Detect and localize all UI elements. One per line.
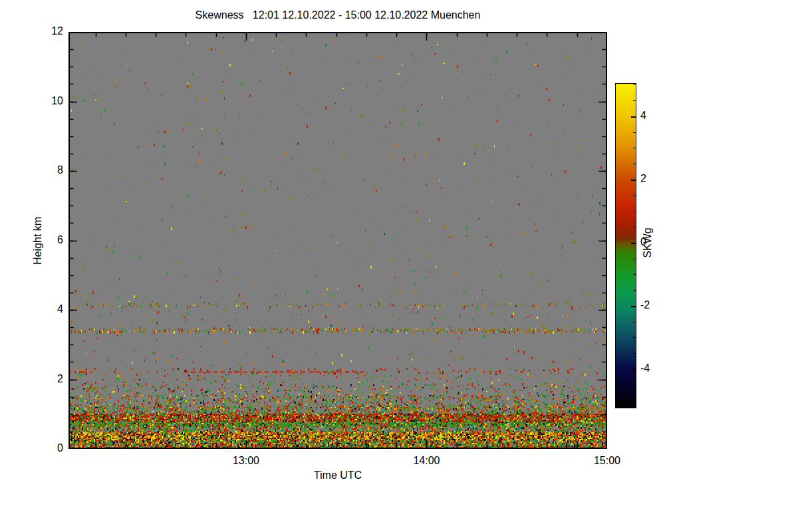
y-tick-label: 2: [23, 373, 63, 385]
colorbar-label: SKWg: [640, 214, 656, 271]
colorbar-tick: [631, 369, 636, 370]
colorbar-tick: [631, 243, 636, 244]
colorbar-tick: [633, 353, 636, 354]
colorbar-tick: [633, 400, 636, 401]
colorbar-tick-label: -4: [640, 362, 671, 374]
colorbar-tick: [631, 116, 636, 118]
x-axis-label: Time UTC: [72, 469, 604, 481]
colorbar-tick-label: 2: [640, 173, 671, 185]
colorbar-label-text: SKWg: [642, 227, 654, 257]
skewness-plot-page: Skewness 12:01 12.10.2022 - 15:00 12.10.…: [0, 0, 798, 532]
colorbar-tick: [633, 290, 636, 291]
y-tick-label: 10: [23, 95, 63, 107]
colorbar-tick: [633, 227, 636, 227]
colorbar-tick: [631, 180, 636, 181]
colorbar-tick: [633, 337, 636, 338]
x-tick-label: 14:00: [406, 455, 446, 467]
colorbar-tick-label: 4: [640, 110, 671, 122]
heatmap-canvas: [68, 32, 607, 449]
colorbar-tick-label: -2: [640, 299, 671, 311]
colorbar-tick: [633, 274, 636, 275]
y-tick-label: 8: [23, 164, 63, 176]
colorbar-tick: [633, 322, 636, 323]
x-tick-label: 13:00: [226, 455, 266, 467]
y-tick-label: 0: [23, 442, 63, 454]
colorbar-tick: [633, 196, 636, 196]
colorbar-tick: [633, 100, 636, 101]
colorbar: [615, 83, 636, 408]
colorbar-tick: [633, 385, 636, 386]
x-tick-label: 15:00: [587, 455, 627, 467]
colorbar-tick: [633, 148, 636, 148]
colorbar-tick: [633, 84, 636, 85]
colorbar-tick: [633, 164, 636, 164]
y-tick-label: 4: [23, 303, 63, 315]
y-tick-label: 12: [23, 25, 63, 37]
colorbar-tick: [633, 132, 636, 133]
colorbar-tick: [631, 306, 636, 307]
chart-title: Skewness 12:01 12.10.2022 - 15:00 12.10.…: [72, 9, 604, 21]
y-tick-label: 6: [23, 234, 63, 246]
colorbar-tick: [633, 259, 636, 259]
colorbar-tick: [633, 211, 636, 211]
